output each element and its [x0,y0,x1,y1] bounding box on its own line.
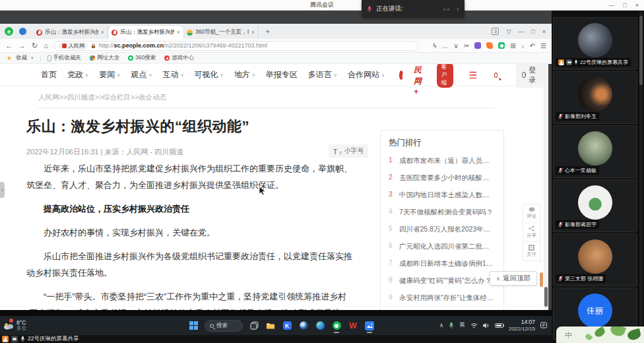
nav-keshihua[interactable]: 可视化∨ [195,69,224,80]
notification-icon[interactable] [540,322,547,328]
tab-count-badge[interactable]: 3 [492,28,499,35]
nav-home[interactable]: 首页 [41,69,57,80]
hot-item[interactable]: 9永安村用两张“存折”让集体经济走上时间… [381,290,503,307]
tray-chevron-icon[interactable]: ∧ [439,322,444,328]
nav-guandian[interactable]: 观点∨ [131,69,152,80]
browser-logo-icon[interactable]: e [5,27,13,36]
menu-icon[interactable]: ☰ [540,42,546,49]
panel-scrollbar[interactable] [639,12,643,342]
wps-button[interactable]: W [348,319,358,333]
favorites-label[interactable]: 收藏 [16,54,27,62]
participant-tile[interactable]: 影像部蒋思宇 [553,179,637,232]
browser-maximize-button[interactable]: □ [531,28,534,35]
hot-item[interactable]: 2去医院需要多少小时的核酸检测报告？ [381,170,503,187]
share-button[interactable]: 分享 [523,223,540,242]
page-scrollbar[interactable] [544,64,548,310]
bookmark-game-center[interactable]: 游戏中心 [164,54,194,62]
browser-minimize-button[interactable]: — [518,28,524,35]
speed-mode-icon[interactable]: ϟ [433,42,436,49]
browser-tab-2-active[interactable]: 乐山：激发乡村振兴的“组织… × [108,26,183,39]
browser-tab-3[interactable]: 360导航_一个主页，整个世界 × [183,26,259,39]
follow-button[interactable]: 关注 [523,242,540,261]
font-size-button[interactable]: T T 小字号 [329,144,368,158]
forward-icon[interactable]: → [18,42,26,49]
bookmark-phone-favorites[interactable]: 手机收藏夹 [48,54,82,62]
nav-hudong[interactable]: 互动∨ [162,69,183,80]
close-tab-icon[interactable]: × [101,29,104,36]
scrollbar-thumb[interactable] [639,16,643,85]
taskbar-clock[interactable]: 14:072022/12/15 [509,319,535,332]
start-button[interactable] [188,319,199,333]
new-tab-button[interactable]: ＋ [264,26,271,36]
browser-mode-icon[interactable] [19,28,26,35]
download-icon[interactable]: ↓ [521,42,525,49]
back-icon[interactable]: ← [5,42,13,49]
hot-item[interactable]: 7成都昨日新增本土确诊病例144例、本土… [381,255,503,272]
nav-difang[interactable]: 地方∨ [234,69,255,80]
hot-item[interactable]: 5四川省25.8万人报名2023年研招考试 [381,221,503,238]
hot-item[interactable]: 1成都市发布来（返）蓉人员疫情防控最新政策 [381,152,503,170]
maximize-button[interactable]: □ [623,2,626,9]
chevron-down-icon[interactable]: ▾ [31,55,34,61]
restore-session-icon[interactable]: ↶ [530,42,535,49]
participant-tile[interactable]: 22号庆琳的屏幕共享 [553,17,637,70]
url-field[interactable]: 人民网 http://sc.people.com.cn/n2/2022/1206… [54,41,418,51]
nav-dangzheng[interactable]: 党政∨ [67,69,88,80]
extension-green-icon[interactable] [498,42,505,49]
hot-item[interactable]: 6广元昭化入选四川省第二批交通强县试点名单 [381,238,503,255]
participant-tile[interactable]: 第三支部 张栩珊 [553,234,637,286]
tray-mic-icon[interactable] [449,322,454,329]
nav-yaowen[interactable]: 要闻∨ [99,69,120,80]
home-icon[interactable]: ⌂ [44,42,48,49]
browser-tab-1[interactable]: 乐山：激发乡村振兴的“组织… × [33,26,108,39]
hot-item[interactable]: 47天不做核酸检测会变黄码吗？ [381,204,503,221]
close-button[interactable]: × [635,2,639,9]
speaking-indicator[interactable]: 正在讲话: ▲▲ ↑ [362,0,465,18]
more-icon[interactable]: … [442,42,449,49]
nav-jubao[interactable]: 举报专区 [266,69,298,80]
site-identity-chip[interactable]: 人民网 [59,42,88,49]
reload-icon[interactable]: ↻ [32,42,38,50]
app-client-badge[interactable]: 客户端 [437,64,453,88]
site-menu-icon[interactable]: ☰ [469,70,478,80]
login-button[interactable]: 登录 [516,64,544,88]
extensions-grid-icon[interactable]: ⊞ [510,42,515,49]
wifi-icon[interactable] [470,323,478,328]
bookmark-site-directory[interactable]: 网址大全 [90,54,119,62]
chevron-down-icon[interactable]: ∨ [454,42,459,49]
minimize-button[interactable]: — [608,2,614,9]
meeting-app-button[interactable] [364,319,375,333]
nav-duoyuyan[interactable]: 多语言∨ [308,69,337,80]
close-tab-icon[interactable]: × [251,29,255,36]
participant-tile[interactable]: 影像部刘冬玉 [553,71,637,124]
browser-360-button[interactable] [331,319,342,333]
hot-item[interactable]: 3中国内地日增本土感染人数六连降 多地出… [381,187,503,204]
back-to-top-button[interactable]: ∧ 返回顶部 [490,271,537,286]
favorites-star-icon[interactable]: ★ [7,55,12,61]
hot-item[interactable]: 8健康码变“红码”“黄码”怎么办？ [381,272,503,290]
boss-key-icon[interactable]: ▽ [506,28,511,35]
extension-purple-icon[interactable] [474,42,481,49]
people-brand[interactable]: 人民网+ [414,64,426,96]
extension-orange-icon[interactable] [486,42,493,49]
participant-tile[interactable]: 心本一笑杨敏 [553,125,637,178]
k-app-button[interactable]: K [282,319,292,333]
breadcrumb[interactable]: 人民网>>四川频道>>综合栏目>>政企动态 [38,93,166,102]
file-explorer-button[interactable] [265,319,276,333]
battery-icon[interactable] [495,323,503,328]
search-icon[interactable] [494,73,498,78]
ime-indicator[interactable]: 英 [459,321,465,329]
bookmark-360-search[interactable]: 360搜索 [128,54,156,62]
task-view-button[interactable] [249,319,259,333]
close-tab-icon[interactable]: × [177,29,180,36]
edge-button[interactable] [315,319,325,333]
screenshot-icon[interactable]: ✂ [464,42,469,49]
comment-button[interactable]: 评论 [523,204,540,223]
taskbar-weather-widget[interactable]: 8°C多云 [3,320,26,332]
speaker-icon[interactable] [483,323,490,328]
globe-app-button[interactable] [298,319,309,333]
collapse-arrow-icon[interactable]: ↑ [457,6,460,13]
scrollbar-thumb[interactable] [544,287,548,307]
browser-close-button[interactable]: × [542,28,546,35]
nav-hezuo[interactable]: 合作网站∨ [348,69,385,80]
